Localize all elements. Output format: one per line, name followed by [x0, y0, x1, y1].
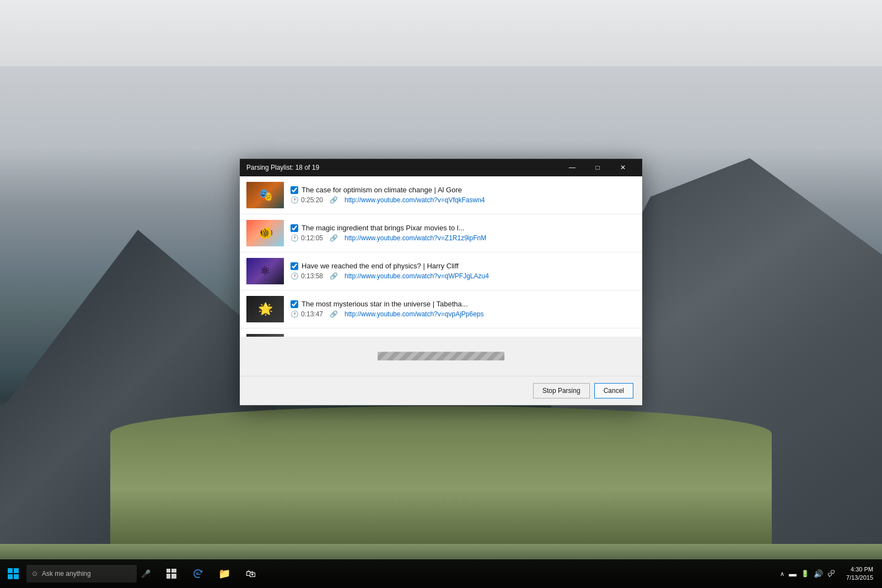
stop-parsing-button[interactable]: Stop Parsing — [533, 383, 590, 398]
search-icon: ⊙ — [32, 570, 37, 578]
thumbnail-image: 🧠 — [246, 334, 284, 336]
clock-icon: 🕐 — [291, 234, 299, 242]
item-info: The magic ingredient that brings Pixar m… — [291, 224, 636, 242]
thumbnail-image: 🎭 — [246, 182, 284, 208]
item-meta: 🕐 0:13:47 🔗 http://www.youtube.com/watch… — [291, 310, 636, 318]
desktop-top-area — [0, 0, 882, 66]
microphone-icon[interactable]: 🎤 — [141, 569, 150, 578]
item-checkbox[interactable] — [291, 224, 298, 232]
store-button[interactable]: 🛍 — [239, 559, 263, 588]
item-thumbnail: 🎭 — [246, 182, 284, 208]
search-placeholder: Ask me anything — [42, 570, 91, 578]
svg-rect-3 — [14, 574, 19, 579]
item-thumbnail: 🌟 — [246, 296, 284, 322]
item-url[interactable]: http://www.youtube.com/watch?v=qVfqkFasw… — [345, 196, 485, 204]
item-url[interactable]: http://www.youtube.com/watch?v=Z1R1z9ipF… — [345, 234, 486, 242]
file-explorer-icon: 📁 — [218, 568, 230, 580]
item-duration: 🕐 0:12:05 — [291, 234, 323, 242]
item-meta: 🕐 0:13:58 🔗 http://www.youtube.com/watch… — [291, 272, 636, 280]
item-url[interactable]: http://www.youtube.com/watch?v=qvpAjPp6e… — [345, 310, 483, 318]
store-icon: 🛍 — [246, 568, 256, 580]
item-title-row: The case for optimism on climate change … — [291, 186, 636, 194]
minimize-button[interactable]: — — [560, 159, 585, 176]
playlist-container[interactable]: 🎭 The case for optimism on climate chang… — [240, 176, 642, 336]
progress-area — [240, 336, 642, 376]
item-thumbnail: ⚛ — [246, 258, 284, 284]
list-item: ⚛ Have we reached the end of physics? | … — [240, 252, 642, 290]
edge-button[interactable] — [186, 559, 210, 588]
item-title: Have we reached the end of physics? | Ha… — [302, 262, 459, 270]
chevron-up-icon[interactable]: ∧ — [780, 570, 784, 578]
item-thumbnail: 🧠 — [246, 334, 284, 336]
item-title: The magic ingredient that brings Pixar m… — [302, 224, 465, 232]
item-duration: 🕐 0:13:47 — [291, 310, 323, 318]
item-checkbox[interactable] — [291, 300, 298, 308]
taskbar-pinned-apps: 📁 🛍 — [159, 559, 263, 588]
item-meta: 🕐 0:25:20 🔗 http://www.youtube.com/watch… — [291, 196, 636, 204]
window-controls: — □ ✕ — [560, 159, 636, 176]
progress-bar-container — [378, 352, 504, 360]
link-icon: 🔗 — [330, 272, 338, 280]
network-icon[interactable]: ▬ — [789, 569, 797, 578]
dialog-footer: Stop Parsing Cancel — [240, 376, 642, 405]
edge-icon — [192, 568, 203, 579]
taskbar-search[interactable]: ⊙ Ask me anything — [26, 565, 137, 582]
thumbnail-image: ⚛ — [246, 258, 284, 284]
cancel-button[interactable]: Cancel — [594, 383, 633, 398]
parsing-dialog: Parsing Playlist: 18 of 19 — □ ✕ 🎭 The c… — [240, 159, 642, 405]
list-item: 🎭 The case for optimism on climate chang… — [240, 176, 642, 214]
list-item: 🌟 The most mysterious star in the univer… — [240, 290, 642, 328]
task-view-icon — [166, 569, 176, 579]
link-icon: 🔗 — [330, 310, 338, 318]
svg-rect-7 — [171, 574, 176, 579]
dialog-title: Parsing Playlist: 18 of 19 — [246, 164, 560, 171]
windows-icon — [8, 568, 19, 579]
svg-rect-4 — [166, 569, 170, 573]
tray-icons: ∧ ▬ 🔋 🔊 🗪 — [780, 569, 835, 578]
notification-icon[interactable]: 🗪 — [827, 569, 835, 578]
taskbar: ⊙ Ask me anything 🎤 📁 🛍 — [0, 559, 882, 588]
clock-time: 4:30 PM — [846, 565, 873, 574]
item-duration: 🕐 0:13:58 — [291, 272, 323, 280]
item-checkbox[interactable] — [291, 186, 298, 194]
start-button[interactable] — [0, 559, 26, 588]
item-title-row: The most mysterious star in the universe… — [291, 300, 636, 308]
progress-bar-striped — [378, 352, 504, 360]
item-title: The case for optimism on climate change … — [302, 186, 462, 194]
clock-date: 7/13/2015 — [846, 574, 873, 582]
item-url[interactable]: http://www.youtube.com/watch?v=qWPFJgLAz… — [345, 272, 489, 280]
clock-icon: 🕐 — [291, 272, 299, 280]
item-title-row: The magic ingredient that brings Pixar m… — [291, 224, 636, 232]
svg-rect-2 — [8, 574, 13, 579]
item-duration: 🕐 0:25:20 — [291, 196, 323, 204]
svg-rect-1 — [14, 568, 19, 573]
clock-icon: 🕐 — [291, 310, 299, 318]
file-explorer-button[interactable]: 📁 — [212, 559, 236, 588]
list-item: 🐠 The magic ingredient that brings Pixar… — [240, 214, 642, 252]
system-clock[interactable]: 4:30 PM 7/13/2015 — [842, 565, 878, 582]
item-thumbnail: 🐠 — [246, 220, 284, 246]
dialog-titlebar: Parsing Playlist: 18 of 19 — □ ✕ — [240, 159, 642, 176]
svg-rect-0 — [8, 568, 13, 573]
volume-icon[interactable]: 🔊 — [814, 569, 823, 578]
item-title: The most mysterious star in the universe… — [302, 300, 468, 308]
svg-rect-5 — [171, 569, 176, 573]
system-tray: ∧ ▬ 🔋 🔊 🗪 4:30 PM 7/13/2015 — [780, 565, 882, 582]
close-button[interactable]: ✕ — [610, 159, 636, 176]
thumbnail-image: 🐠 — [246, 220, 284, 246]
item-info: The most mysterious star in the universe… — [291, 300, 636, 318]
link-icon: 🔗 — [330, 234, 338, 242]
item-meta: 🕐 0:12:05 🔗 http://www.youtube.com/watch… — [291, 234, 636, 242]
item-info: Have we reached the end of physics? | Ha… — [291, 262, 636, 280]
dialog-content: 🎭 The case for optimism on climate chang… — [240, 176, 642, 336]
item-checkbox[interactable] — [291, 262, 298, 270]
thumbnail-image: 🌟 — [246, 296, 284, 322]
svg-rect-6 — [166, 574, 170, 579]
ground — [110, 406, 772, 544]
task-view-button[interactable] — [159, 559, 184, 588]
list-item: 🧠 Грег Гейдж: Как своим мозгом контролир… — [240, 328, 642, 336]
clock-icon: 🕐 — [291, 196, 299, 204]
battery-icon[interactable]: 🔋 — [801, 570, 809, 578]
maximize-button[interactable]: □ — [585, 159, 610, 176]
item-info: The case for optimism on climate change … — [291, 186, 636, 204]
